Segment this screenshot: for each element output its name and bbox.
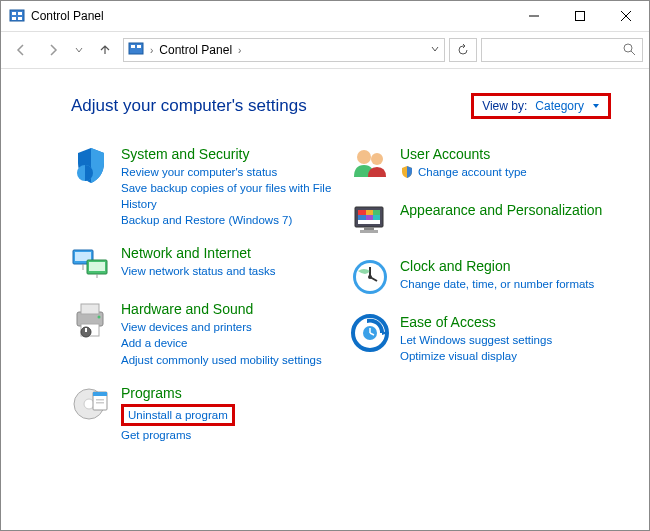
up-button[interactable]	[91, 36, 119, 64]
svg-rect-32	[96, 402, 104, 404]
category-link-network-internet[interactable]: Network and Internet	[121, 245, 332, 261]
task-link[interactable]: Optimize visual display	[400, 348, 611, 364]
svg-point-24	[98, 316, 101, 319]
svg-rect-3	[12, 17, 16, 20]
task-link-uninstall-program[interactable]: Uninstall a program	[128, 409, 228, 421]
titlebar: Control Panel	[1, 1, 649, 31]
task-link[interactable]: Get programs	[121, 427, 332, 443]
svg-rect-18	[89, 262, 105, 271]
category-ease-of-access: Ease of Access Let Windows suggest setti…	[350, 313, 611, 364]
window-title: Control Panel	[31, 9, 511, 23]
clock-icon	[350, 257, 390, 297]
view-by-value: Category	[535, 99, 584, 113]
category-hardware-sound: Hardware and Sound View devices and prin…	[71, 300, 332, 367]
category-link-system-security[interactable]: System and Security	[121, 146, 332, 162]
category-programs: Programs Uninstall a program Get program…	[71, 384, 332, 443]
category-link-ease-of-access[interactable]: Ease of Access	[400, 314, 611, 330]
task-link[interactable]: Let Windows suggest settings	[400, 332, 611, 348]
chevron-right-icon[interactable]: ›	[150, 45, 153, 56]
category-link-clock-region[interactable]: Clock and Region	[400, 258, 611, 274]
close-button[interactable]	[603, 1, 649, 31]
svg-rect-42	[373, 215, 380, 220]
svg-rect-31	[96, 399, 104, 401]
control-panel-icon	[9, 8, 25, 24]
svg-rect-11	[137, 45, 141, 48]
category-clock-region: Clock and Region Change date, time, or n…	[350, 257, 611, 297]
svg-line-13	[631, 51, 635, 55]
forward-button[interactable]	[39, 36, 67, 64]
task-link[interactable]: Adjust commonly used mobility settings	[121, 352, 332, 368]
minimize-button[interactable]	[511, 1, 557, 31]
task-link[interactable]: Save backup copies of your files with Fi…	[121, 180, 332, 212]
category-link-user-accounts[interactable]: User Accounts	[400, 146, 611, 162]
task-link[interactable]: View devices and printers	[121, 319, 332, 335]
svg-point-12	[624, 44, 632, 52]
chevron-right-icon[interactable]: ›	[238, 45, 241, 56]
svg-rect-43	[364, 227, 374, 230]
printer-icon	[71, 300, 111, 340]
appearance-icon	[350, 201, 390, 241]
network-icon	[71, 244, 111, 284]
task-link[interactable]: Backup and Restore (Windows 7)	[121, 212, 332, 228]
category-link-appearance[interactable]: Appearance and Personalization	[400, 202, 611, 218]
maximize-button[interactable]	[557, 1, 603, 31]
svg-point-33	[357, 150, 371, 164]
svg-rect-39	[373, 210, 380, 215]
address-bar[interactable]: › Control Panel ›	[123, 38, 445, 62]
view-by-selector[interactable]: View by: Category	[471, 93, 611, 119]
chevron-down-icon[interactable]	[430, 43, 440, 57]
task-link[interactable]: Add a device	[121, 335, 332, 351]
svg-rect-2	[18, 12, 22, 15]
shield-icon	[71, 145, 111, 185]
svg-rect-30	[93, 392, 107, 396]
refresh-button[interactable]	[449, 38, 477, 62]
svg-point-34	[371, 153, 383, 165]
left-column: System and Security Review your computer…	[71, 145, 332, 459]
task-link[interactable]: View network status and tasks	[121, 263, 332, 279]
category-link-programs[interactable]: Programs	[121, 385, 332, 401]
toolbar: › Control Panel ›	[1, 31, 649, 69]
svg-rect-4	[18, 17, 22, 20]
svg-rect-41	[366, 215, 373, 220]
category-link-hardware-sound[interactable]: Hardware and Sound	[121, 301, 332, 317]
control-panel-icon	[128, 41, 144, 60]
search-input[interactable]	[481, 38, 643, 62]
svg-rect-9	[129, 43, 143, 54]
user-accounts-icon	[350, 145, 390, 185]
ease-of-access-icon	[350, 313, 390, 353]
category-network-internet: Network and Internet View network status…	[71, 244, 332, 284]
task-link[interactable]: Change date, time, or number formats	[400, 276, 611, 292]
view-by-label: View by:	[482, 99, 527, 113]
page-title: Adjust your computer's settings	[71, 96, 307, 116]
svg-rect-26	[85, 328, 87, 332]
svg-rect-40	[358, 215, 366, 220]
back-button[interactable]	[7, 36, 35, 64]
recent-locations-button[interactable]	[71, 36, 87, 64]
svg-rect-1	[12, 12, 16, 15]
right-column: User Accounts Change account type Appear…	[350, 145, 611, 459]
svg-rect-22	[81, 304, 99, 314]
category-user-accounts: User Accounts Change account type	[350, 145, 611, 185]
chevron-down-icon	[592, 99, 600, 113]
svg-rect-44	[360, 230, 378, 233]
content-area: Adjust your computer's settings View by:…	[1, 69, 649, 479]
shield-icon	[400, 165, 414, 179]
svg-rect-37	[358, 210, 366, 215]
task-link[interactable]: Review your computer's status	[121, 164, 332, 180]
programs-icon	[71, 384, 111, 424]
highlight-box: Uninstall a program	[121, 404, 235, 426]
task-link[interactable]: Change account type	[418, 164, 527, 180]
category-system-security: System and Security Review your computer…	[71, 145, 332, 228]
category-appearance-personalization: Appearance and Personalization	[350, 201, 611, 241]
svg-point-49	[368, 275, 372, 279]
search-icon	[622, 42, 636, 59]
breadcrumb-root[interactable]: Control Panel	[159, 43, 232, 57]
svg-rect-38	[366, 210, 373, 215]
svg-rect-6	[576, 12, 585, 21]
svg-rect-10	[131, 45, 135, 48]
